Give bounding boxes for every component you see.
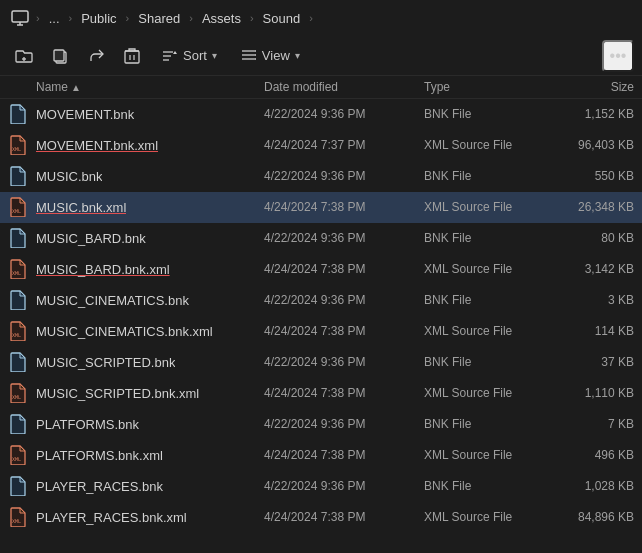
file-name: MUSIC_SCRIPTED.bnk [36,355,175,370]
file-name: MOVEMENT.bnk [36,107,134,122]
file-type: XML Source File [424,138,554,152]
file-type: XML Source File [424,324,554,338]
sort-arrow-name: ▲ [71,82,81,93]
sort-label: Sort [183,48,207,63]
file-size: 1,028 KB [554,479,634,493]
table-row[interactable]: MUSIC_SCRIPTED.bnk 4/22/2024 9:36 PM BNK… [0,347,642,378]
breadcrumb-shared[interactable]: Shared [133,9,185,28]
breadcrumb-sep-5: › [307,12,315,24]
col-header-name[interactable]: Name ▲ [36,80,264,94]
toolbar: Sort ▾ View ▾ ••• [0,36,642,76]
breadcrumb-sep-2: › [124,12,132,24]
file-date: 4/22/2024 9:36 PM [264,417,424,431]
svg-rect-7 [125,51,139,63]
file-date: 4/22/2024 9:36 PM [264,355,424,369]
file-name: PLATFORMS.bnk.xml [36,448,163,463]
breadcrumb-more[interactable]: ... [44,9,65,28]
bnk-file-icon [8,476,28,496]
col-header-date[interactable]: Date modified [264,80,424,94]
table-row[interactable]: XML MUSIC_BARD.bnk.xml 4/24/2024 7:38 PM… [0,254,642,285]
more-button[interactable]: ••• [602,40,634,72]
file-type: XML Source File [424,386,554,400]
breadcrumb-assets[interactable]: Assets [197,9,246,28]
file-name: MOVEMENT.bnk.xml [36,138,158,153]
file-name: MUSIC.bnk.xml [36,200,126,215]
table-row[interactable]: PLATFORMS.bnk 4/22/2024 9:36 PM BNK File… [0,409,642,440]
file-size: 1,110 KB [554,386,634,400]
file-type: BNK File [424,169,554,183]
file-type: XML Source File [424,510,554,524]
breadcrumb-sound[interactable]: Sound [258,9,306,28]
svg-text:XML: XML [12,332,21,338]
breadcrumb-bar: › ... › Public › Shared › Assets › Sound… [0,0,642,36]
breadcrumb-sep-0: › [34,12,42,24]
file-size: 26,348 KB [554,200,634,214]
file-date: 4/22/2024 9:36 PM [264,169,424,183]
xml-file-icon: XML [8,445,28,465]
file-type: BNK File [424,479,554,493]
breadcrumb-sep-1: › [67,12,75,24]
sort-chevron-icon: ▾ [212,50,217,61]
breadcrumb-public[interactable]: Public [76,9,121,28]
breadcrumb-sep-3: › [187,12,195,24]
share-button[interactable] [80,40,112,72]
view-chevron-icon: ▾ [295,50,300,61]
col-header-type[interactable]: Type [424,80,554,94]
table-row[interactable]: XML PLAYER_RACES.bnk.xml 4/24/2024 7:38 … [0,502,642,533]
svg-rect-6 [54,50,64,61]
file-size: 80 KB [554,231,634,245]
svg-text:XML: XML [12,456,21,462]
svg-text:XML: XML [12,518,21,524]
file-date: 4/24/2024 7:37 PM [264,138,424,152]
file-type: BNK File [424,293,554,307]
delete-button[interactable] [116,40,148,72]
file-name: PLATFORMS.bnk [36,417,139,432]
file-size: 7 KB [554,417,634,431]
column-headers: Name ▲ Date modified Type Size [0,76,642,99]
table-row[interactable]: XML MUSIC_SCRIPTED.bnk.xml 4/24/2024 7:3… [0,378,642,409]
table-row[interactable]: XML MUSIC.bnk.xml 4/24/2024 7:38 PM XML … [0,192,642,223]
table-row[interactable]: XML MOVEMENT.bnk.xml 4/24/2024 7:37 PM X… [0,130,642,161]
bnk-file-icon [8,352,28,372]
table-row[interactable]: XML MUSIC_CINEMATICS.bnk.xml 4/24/2024 7… [0,316,642,347]
view-button[interactable]: View ▾ [231,40,310,72]
file-size: 37 KB [554,355,634,369]
table-row[interactable]: MUSIC.bnk 4/22/2024 9:36 PM BNK File 550… [0,161,642,192]
xml-file-icon: XML [8,507,28,527]
svg-text:XML: XML [12,146,21,152]
copy-button[interactable] [44,40,76,72]
xml-file-icon: XML [8,259,28,279]
file-name: MUSIC_BARD.bnk [36,231,146,246]
file-date: 4/24/2024 7:38 PM [264,386,424,400]
table-row[interactable]: MUSIC_CINEMATICS.bnk 4/22/2024 9:36 PM B… [0,285,642,316]
table-row[interactable]: MOVEMENT.bnk 4/22/2024 9:36 PM BNK File … [0,99,642,130]
xml-file-icon: XML [8,383,28,403]
file-size: 496 KB [554,448,634,462]
file-name: MUSIC.bnk [36,169,102,184]
file-type: XML Source File [424,262,554,276]
sort-button[interactable]: Sort ▾ [152,40,227,72]
file-size: 1,152 KB [554,107,634,121]
svg-text:XML: XML [12,270,21,276]
file-type: BNK File [424,417,554,431]
file-rows: MOVEMENT.bnk 4/22/2024 9:36 PM BNK File … [0,99,642,533]
file-date: 4/22/2024 9:36 PM [264,479,424,493]
table-row[interactable]: PLAYER_RACES.bnk 4/22/2024 9:36 PM BNK F… [0,471,642,502]
table-row[interactable]: XML PLATFORMS.bnk.xml 4/24/2024 7:38 PM … [0,440,642,471]
new-folder-button[interactable] [8,40,40,72]
file-size: 3 KB [554,293,634,307]
xml-file-icon: XML [8,197,28,217]
xml-file-icon: XML [8,321,28,341]
monitor-icon[interactable] [8,6,32,30]
file-size: 84,896 KB [554,510,634,524]
file-type: XML Source File [424,200,554,214]
bnk-file-icon [8,104,28,124]
svg-text:XML: XML [12,208,21,214]
file-date: 4/22/2024 9:36 PM [264,107,424,121]
svg-rect-0 [12,11,28,22]
col-header-size[interactable]: Size [554,80,634,94]
table-row[interactable]: MUSIC_BARD.bnk 4/22/2024 9:36 PM BNK Fil… [0,223,642,254]
file-size: 96,403 KB [554,138,634,152]
svg-text:XML: XML [12,394,21,400]
file-date: 4/24/2024 7:38 PM [264,200,424,214]
